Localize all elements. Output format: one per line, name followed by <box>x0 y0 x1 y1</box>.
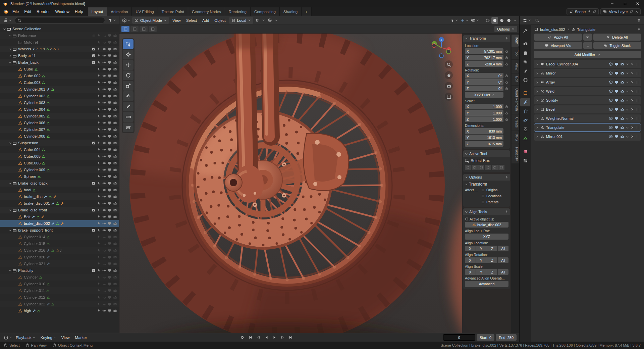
viewport-vis-button[interactable]: Viewport Vis <box>534 42 582 49</box>
viewport-disable-toggle[interactable] <box>108 87 112 91</box>
render-disable-toggle[interactable] <box>113 40 117 44</box>
edit-mode-toggle[interactable] <box>609 135 613 139</box>
remove-view-layer-icon[interactable] <box>635 10 638 13</box>
tab-constraints[interactable] <box>520 125 530 134</box>
timeline-menu-marker[interactable]: Marker <box>72 334 90 341</box>
viewport-disable-toggle[interactable] <box>108 302 112 306</box>
camera-view-button[interactable] <box>445 82 453 90</box>
outliner-row-cylinder-008[interactable]: Cylinder.008 <box>0 133 119 140</box>
edit-mode-toggle[interactable] <box>609 126 613 130</box>
viewport-disable-toggle[interactable] <box>108 134 112 138</box>
render-disable-toggle[interactable] <box>113 242 117 246</box>
render-disable-toggle[interactable] <box>113 309 117 313</box>
viewport-menu-view[interactable]: View <box>170 17 183 24</box>
render-disable-toggle[interactable] <box>113 34 117 38</box>
render-disable-toggle[interactable] <box>113 94 117 98</box>
selectable-toggle[interactable] <box>97 262 101 266</box>
npanel-tab-xps[interactable]: XPS <box>512 131 519 144</box>
previous-keyframe-button[interactable] <box>255 334 262 341</box>
edit-mode-toggle[interactable] <box>609 71 613 75</box>
hide-toggle[interactable] <box>102 282 106 286</box>
play-reverse-button[interactable] <box>263 334 270 341</box>
outliner-row-cylinder-005[interactable]: Cylinder.005 <box>0 113 119 119</box>
exclude-checkbox[interactable] <box>92 268 96 272</box>
render-disable-toggle[interactable] <box>113 134 117 138</box>
outliner-row-cube-006[interactable]: Cube.006 <box>0 160 119 166</box>
viewport-options-dropdown[interactable]: Options <box>494 26 517 32</box>
viewport-disable-toggle[interactable] <box>108 242 112 246</box>
transform-panel-header[interactable]: Transform <box>463 35 510 42</box>
exclude-checkbox[interactable] <box>92 228 96 232</box>
tool-measure[interactable] <box>123 112 133 122</box>
hide-toggle[interactable] <box>102 262 106 266</box>
tool-transform[interactable] <box>123 91 133 101</box>
selectable-toggle[interactable] <box>97 60 101 64</box>
extras-dropdown-icon[interactable] <box>626 81 629 84</box>
render-disable-toggle[interactable] <box>113 275 117 279</box>
outliner-row-cube-003[interactable]: Cube.003 <box>0 79 119 86</box>
number-field[interactable]: Z-230.4 mm <box>465 61 503 67</box>
drag-handle-icon[interactable] <box>636 117 639 120</box>
selectable-toggle[interactable] <box>97 74 101 78</box>
selectable-toggle[interactable] <box>97 235 101 239</box>
pin-icon[interactable] <box>587 10 591 13</box>
align-scale-y[interactable]: Y <box>476 269 487 275</box>
number-field[interactable]: Z1.000 <box>465 116 503 122</box>
hide-toggle[interactable] <box>102 235 106 239</box>
lock-icon[interactable] <box>504 105 508 108</box>
selectable-toggle[interactable] <box>97 94 101 98</box>
outliner-row-sphere[interactable]: Sphere <box>0 173 119 180</box>
expand-icon[interactable] <box>536 72 539 75</box>
outliner-row-bolt[interactable]: Bolt <box>0 213 119 220</box>
expand-icon[interactable] <box>536 90 539 93</box>
tab-material[interactable] <box>520 147 530 156</box>
selectable-toggle[interactable] <box>97 121 101 125</box>
tab-physics[interactable] <box>520 116 530 124</box>
exclude-checkbox[interactable] <box>92 47 96 51</box>
npanel-tab-create[interactable]: Create <box>512 114 519 131</box>
align-scale-all[interactable]: All <box>498 269 508 275</box>
expand-icon[interactable] <box>536 81 539 84</box>
workspace-tab-animation[interactable]: Animation <box>107 7 132 16</box>
shading-rendered-button[interactable] <box>505 17 512 24</box>
hide-toggle[interactable] <box>102 107 106 111</box>
number-field[interactable]: Y1613 mm <box>465 135 503 140</box>
properties-search-button[interactable] <box>534 17 540 24</box>
hide-toggle[interactable] <box>102 148 106 152</box>
outliner-row-brake-disc-002[interactable]: brake_disc.002 <box>0 220 119 227</box>
viewport-disable-toggle[interactable] <box>108 114 112 118</box>
timeline-menu-view[interactable]: View <box>59 334 72 341</box>
viewport-disable-toggle[interactable] <box>108 289 112 293</box>
hide-toggle[interactable] <box>102 255 106 259</box>
pin-icon[interactable] <box>505 176 508 179</box>
app-menu-button[interactable] <box>2 8 10 15</box>
render-disable-toggle[interactable] <box>113 295 117 299</box>
number-field[interactable]: Z1615 mm <box>465 141 503 147</box>
edit-mode-toggle[interactable] <box>609 80 613 84</box>
render-disable-toggle[interactable] <box>113 154 117 158</box>
render-disable-toggle[interactable] <box>113 181 117 185</box>
autokey-toggle[interactable] <box>238 334 246 341</box>
options-transform-subheader[interactable]: Transform <box>465 182 508 187</box>
tool-annotate[interactable] <box>123 102 133 111</box>
zoom-button[interactable] <box>445 60 453 68</box>
viewport-disable-toggle[interactable] <box>108 248 112 252</box>
menu-render[interactable]: Render <box>34 8 52 15</box>
selectable-toggle[interactable] <box>97 81 101 85</box>
outliner-row-cylinder-001[interactable]: Cylinder.001 <box>0 86 119 93</box>
viewport-disable-toggle[interactable] <box>108 47 112 51</box>
number-field[interactable]: Y1.000 <box>465 110 503 116</box>
outliner-row-brake-disc-001[interactable]: brake_disc.001 <box>0 200 119 207</box>
pin-icon[interactable] <box>505 210 508 213</box>
align-location-all[interactable]: All <box>498 246 508 251</box>
viewport-disable-toggle[interactable] <box>108 262 112 266</box>
remove-modifier-icon[interactable] <box>631 90 634 93</box>
viewport-disable-toggle[interactable] <box>108 161 112 165</box>
breadcrumb-modifier[interactable]: Triangulate <box>577 28 596 32</box>
workspace-tab-layout[interactable]: Layout <box>88 7 107 16</box>
hide-toggle[interactable] <box>102 54 106 58</box>
viewport-disable-toggle[interactable] <box>108 148 112 152</box>
render-disable-toggle[interactable] <box>113 74 117 78</box>
timeline-menu-keying[interactable]: Keying <box>38 334 59 341</box>
tool-scale[interactable] <box>123 81 133 91</box>
